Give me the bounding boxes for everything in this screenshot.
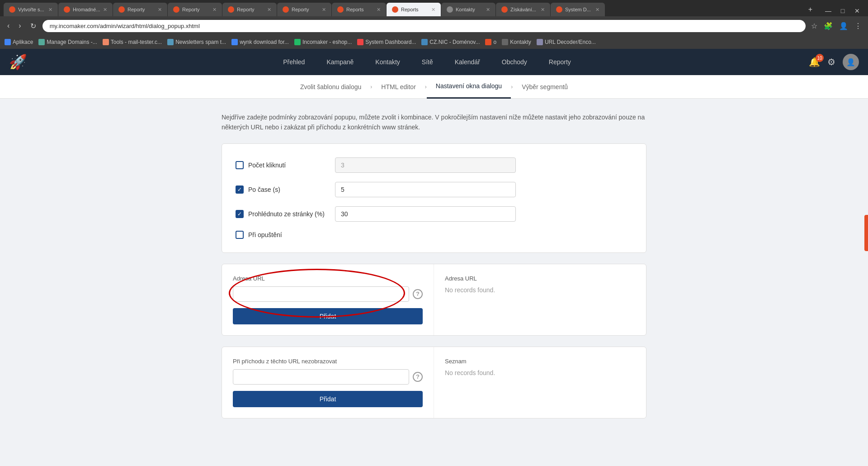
bookmark-favicon — [5, 39, 11, 45]
breadcrumb-nav: Zvolit šablonu dialogu › HTML editor › N… — [0, 75, 868, 99]
bookmark-system[interactable]: System Dashboard... — [357, 39, 416, 45]
tab-close[interactable]: ✕ — [377, 7, 381, 13]
tab-7[interactable]: Reports ✕ — [332, 3, 386, 16]
nav-kalendar[interactable]: Kalendář — [444, 49, 491, 75]
tab-close[interactable]: ✕ — [322, 7, 326, 13]
tab-close[interactable]: ✕ — [431, 7, 435, 13]
breadcrumb-zvolit[interactable]: Zvolit šablonu dialogu — [291, 75, 370, 99]
bookmark-rocket[interactable]: o — [485, 39, 496, 45]
checkbox-po-case[interactable] — [236, 185, 244, 194]
bookmark-incomaker[interactable]: Incomaker - eshop... — [294, 39, 352, 45]
url-input-row: ? — [233, 286, 423, 302]
nav-site[interactable]: Sítě — [411, 49, 444, 75]
bookmark-label: Manage Domains -... — [47, 39, 97, 45]
nav-kontakty[interactable]: Kontakty — [364, 49, 410, 75]
address-bar-row: ‹ › ↻ ☆ 🧩 👤 ⋮ — [0, 16, 868, 35]
tab-close[interactable]: ✕ — [541, 7, 545, 13]
bookmark-kontakty[interactable]: Kontakty — [502, 39, 531, 45]
tab-6[interactable]: Reporty ✕ — [277, 3, 331, 16]
tab-9[interactable]: Kontakty ✕ — [441, 3, 495, 16]
checkbox-pri-opusteni[interactable] — [236, 231, 244, 239]
bookmark-tools[interactable]: Tools - mail-tester.c... — [103, 39, 162, 45]
form-row-pri-opusteni: Při opuštění — [236, 231, 632, 239]
avatar[interactable]: 👤 — [843, 54, 859, 70]
minimize-button[interactable]: — — [822, 5, 835, 16]
tab-10[interactable]: Získávání... ✕ — [496, 3, 550, 16]
tab-close[interactable]: ✕ — [158, 7, 162, 13]
label-po-case: Po čase (s) — [248, 186, 280, 193]
address-input[interactable] — [42, 20, 806, 32]
bookmark-label: wynk download for... — [240, 39, 289, 45]
bookmark-cznic[interactable]: CZ.NIC - Doménov... — [421, 39, 480, 45]
settings-button[interactable]: ⚙ — [827, 57, 835, 67]
bookmark-favicon — [167, 39, 174, 45]
tab-close[interactable]: ✕ — [103, 7, 107, 13]
bookmark-wynk[interactable]: wynk download for... — [231, 39, 289, 45]
help2-icon[interactable]: ? — [413, 372, 423, 382]
checkbox-prohlednuto[interactable] — [236, 210, 244, 218]
tab-1[interactable]: Vytvořte s... ✕ — [4, 3, 58, 16]
url-section-1: Adresa URL ? Přidat Adresa URL No record… — [222, 264, 646, 336]
main-nav: Přehled Kampaně Kontakty Sítě Kalendář O… — [45, 49, 809, 75]
new-tab-button[interactable]: + — [804, 3, 817, 16]
breadcrumb-vyber[interactable]: Výběr segmentů — [513, 75, 577, 99]
bookmark-manage-domains[interactable]: Manage Domains -... — [38, 39, 97, 45]
maximize-button[interactable]: □ — [836, 5, 849, 16]
bookmark-star-icon[interactable]: ☆ — [809, 20, 819, 32]
tab-2[interactable]: Hromadné... ✕ — [58, 3, 113, 16]
bookmark-newsletters[interactable]: Newsletters spam t... — [167, 39, 226, 45]
bookmark-label: o — [493, 39, 496, 45]
url-input-field[interactable] — [233, 286, 409, 302]
bookmark-url-decoder[interactable]: URL Decoder/Enco... — [537, 39, 596, 45]
pridat2-button[interactable]: Přidat — [233, 391, 423, 407]
bookmark-label: Aplikace — [13, 39, 33, 45]
checkbox-label-po-case[interactable]: Po čase (s) — [236, 185, 326, 194]
tab-11[interactable]: System D... ✕ — [551, 3, 605, 16]
tab-favicon — [337, 6, 344, 13]
breadcrumb-nastaveni[interactable]: Nastavení okna dialogu — [427, 75, 511, 99]
notification-button[interactable]: 🔔 10 — [809, 57, 820, 67]
seznam-label: Seznam — [445, 358, 635, 365]
bookmarks-bar: Aplikace Manage Domains -... Tools - mai… — [0, 35, 868, 49]
url-section-2: Při příchodu z těchto URL nezobrazovat ?… — [222, 347, 646, 418]
back-button[interactable]: ‹ — [5, 20, 12, 32]
profile-icon[interactable]: 👤 — [837, 20, 850, 32]
extension-icon[interactable]: 🧩 — [822, 20, 835, 32]
tab-close[interactable]: ✕ — [212, 7, 217, 13]
url2-input-field[interactable] — [233, 369, 409, 385]
close-browser-button[interactable]: ✕ — [851, 5, 863, 16]
bookmark-favicon — [502, 39, 508, 45]
url-left: Adresa URL ? Přidat — [222, 264, 434, 335]
tab-8[interactable]: Reports ✕ — [387, 3, 441, 16]
pridat-button[interactable]: Přidat — [233, 308, 423, 324]
tab-close[interactable]: ✕ — [267, 7, 271, 13]
url2-right: Seznam No records found. — [434, 347, 646, 418]
reload-button[interactable]: ↻ — [28, 20, 39, 32]
input-prohlednuto[interactable] — [335, 206, 516, 222]
checkbox-label-prohlednuto[interactable]: Prohlédnuto ze stránky (%) — [236, 210, 326, 218]
nav-prehled[interactable]: Přehled — [272, 49, 316, 75]
breadcrumb-html[interactable]: HTML editor — [372, 75, 425, 99]
checkbox-label-pocet[interactable]: Počet kliknutí — [236, 161, 326, 169]
checkbox-pocet-kliknuti[interactable] — [236, 161, 244, 169]
tab-4[interactable]: Reporty ✕ — [168, 3, 222, 16]
tab-3[interactable]: Reporty ✕ — [113, 3, 167, 16]
bookmark-label: Incomaker - eshop... — [302, 39, 352, 45]
nav-reporty[interactable]: Reporty — [538, 49, 582, 75]
nav-obchody[interactable]: Obchody — [491, 49, 538, 75]
menu-icon[interactable]: ⋮ — [853, 20, 863, 32]
tab-close[interactable]: ✕ — [48, 7, 52, 13]
nav-kampane[interactable]: Kampaně — [316, 49, 364, 75]
input-po-case[interactable] — [335, 182, 516, 197]
tab-close[interactable]: ✕ — [486, 7, 490, 13]
bookmark-apps[interactable]: Aplikace — [5, 39, 33, 45]
form-row-po-case: Po čase (s) — [236, 182, 632, 197]
tab-5[interactable]: Reporty ✕ — [222, 3, 277, 16]
help-icon[interactable]: ? — [413, 289, 423, 299]
conditions-card: Počet kliknutí Po čase (s) Prohlédnuto z… — [222, 143, 646, 253]
forward-button[interactable]: › — [16, 20, 24, 32]
tab-close[interactable]: ✕ — [595, 7, 599, 13]
tab-title: Vytvořte s... — [18, 7, 46, 12]
url-right: Adresa URL No records found. — [434, 264, 646, 335]
checkbox-label-opusteni[interactable]: Při opuštění — [236, 231, 326, 239]
